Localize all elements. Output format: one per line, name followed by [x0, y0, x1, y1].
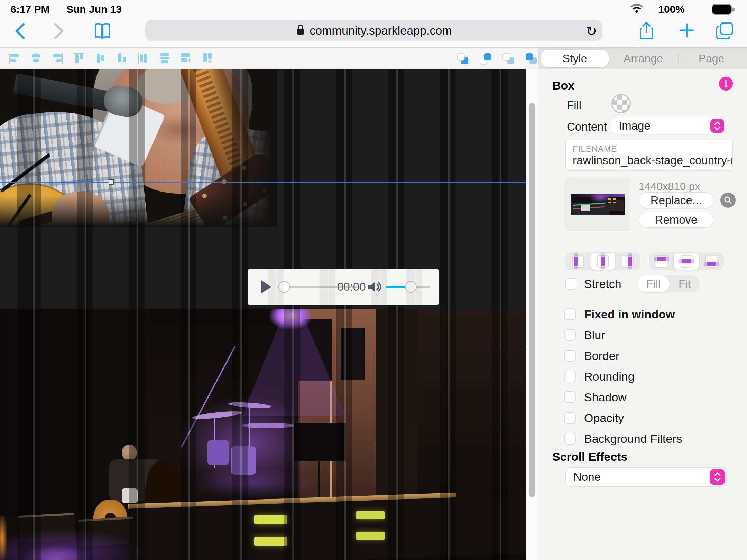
rounding-checkbox[interactable]	[564, 371, 576, 382]
position-right-button[interactable]	[615, 253, 640, 270]
volume-thumb[interactable]	[405, 281, 417, 293]
horizontal-position-control	[565, 252, 640, 270]
forward-icon[interactable]	[52, 22, 66, 41]
align-right-icon[interactable]	[50, 50, 64, 66]
hero-image-guitarist[interactable]	[0, 69, 277, 227]
align-top-icon[interactable]	[72, 50, 86, 66]
scroll-effects-title: Scroll Effects	[552, 450, 627, 464]
border-checkbox[interactable]	[564, 350, 576, 362]
layer-tools	[456, 51, 538, 66]
position-top-button[interactable]	[649, 253, 674, 270]
fill-swatch[interactable]	[611, 94, 631, 113]
orange-stage-light	[0, 515, 7, 560]
stage-image[interactable]	[0, 309, 526, 560]
wifi-icon	[630, 4, 643, 16]
canvas-scrollbar	[526, 69, 538, 560]
shadow-label: Shadow	[584, 391, 627, 404]
volume-icon[interactable]	[367, 280, 382, 296]
info-icon[interactable]: i	[719, 77, 733, 91]
tab-style[interactable]: Style	[541, 50, 609, 67]
replace-button[interactable]: Replace...	[639, 192, 713, 208]
position-center-button[interactable]	[590, 253, 615, 270]
selection-guide-line[interactable]	[0, 182, 526, 183]
scroll-effects-select[interactable]: None	[565, 467, 727, 487]
stage-right-wall	[417, 309, 526, 502]
align-middle-icon[interactable]	[93, 50, 107, 66]
selection-guide-handle[interactable]	[109, 179, 114, 185]
chevron-up-down-icon	[710, 119, 724, 133]
tab-page[interactable]: Page	[679, 52, 744, 65]
filename-field[interactable]: FILENAME rawlinson_back-stage_country-no…	[565, 140, 733, 171]
share-icon[interactable]	[638, 21, 654, 42]
image-thumbnail-card	[565, 178, 630, 231]
battery-icon	[712, 4, 735, 17]
snare-drum	[122, 488, 138, 503]
tab-arrange[interactable]: Arrange	[609, 52, 678, 65]
filename-value: rawlinson_back-stage_country-nor	[573, 154, 732, 167]
status-date: Sun Jun 13	[66, 3, 122, 15]
scroll-effects-chevron-icon	[710, 469, 725, 485]
vertical-position-control	[649, 252, 724, 270]
remove-button[interactable]: Remove	[639, 212, 713, 228]
url-text: community.sparkleapp.com	[310, 24, 452, 37]
style-inspector-panel: Box i Fill Content Image FILENAME rawlin…	[538, 69, 747, 560]
alignment-tools	[8, 50, 214, 66]
shadow-checkbox[interactable]	[564, 391, 576, 403]
spotlight-source	[270, 309, 311, 329]
opacity-label: Opacity	[584, 411, 624, 425]
reload-icon[interactable]: ↻	[586, 24, 597, 39]
tabs-icon[interactable]	[715, 21, 735, 41]
reflective-strip-1	[254, 515, 287, 524]
fixed-in-window-checkbox[interactable]	[564, 308, 576, 320]
url-field[interactable]: community.sparkleapp.com ↻	[145, 20, 602, 41]
floor-purple-glow-2	[19, 545, 92, 560]
new-tab-icon[interactable]	[679, 22, 695, 40]
content-select[interactable]: Image	[611, 118, 726, 134]
move-backward-icon[interactable]	[456, 51, 470, 66]
truss-speaker-2	[341, 328, 365, 380]
align-left-icon[interactable]	[8, 50, 21, 66]
blur-label: Blur	[584, 328, 605, 342]
progress-thumb[interactable]	[278, 281, 290, 293]
image-dimensions: 1440x810 px	[639, 180, 700, 193]
send-to-back-icon[interactable]	[501, 51, 515, 66]
opacity-checkbox[interactable]	[564, 412, 576, 424]
drum-shell-1	[208, 440, 229, 465]
stretch-label: Stretch	[584, 277, 621, 291]
reflective-strip-2	[254, 537, 287, 546]
background-filters-checkbox[interactable]	[564, 433, 576, 445]
play-icon[interactable]	[261, 280, 271, 293]
drums-floor-glow	[187, 468, 318, 499]
position-left-button[interactable]	[565, 253, 590, 270]
content-value: Image	[619, 119, 710, 132]
fill-label: Fill	[567, 99, 581, 112]
box-section-title: Box	[552, 79, 574, 92]
back-icon[interactable]	[13, 22, 27, 41]
align-center-horizontal-icon[interactable]	[29, 50, 43, 66]
bookmarks-icon[interactable]	[93, 21, 112, 42]
position-bottom-button[interactable]	[699, 253, 724, 270]
rounding-label: Rounding	[584, 370, 635, 383]
preview-magnifier-icon[interactable]	[720, 193, 736, 208]
page-canvas[interactable]: 00:00	[0, 69, 526, 560]
stretch-checkbox[interactable]	[565, 278, 577, 290]
audio-player[interactable]: 00:00	[248, 269, 439, 305]
distribute-vertically-icon[interactable]	[158, 50, 172, 66]
fill-option[interactable]: Fill	[637, 275, 670, 292]
blur-checkbox[interactable]	[564, 329, 576, 341]
status-time: 6:17 PM	[10, 3, 49, 15]
status-bar: 6:17 PM Sun Jun 13 100%	[0, 0, 747, 19]
move-forward-icon[interactable]	[479, 51, 492, 66]
scrollbar-thumb[interactable]	[529, 103, 535, 497]
align-bottom-icon[interactable]	[115, 50, 129, 66]
position-middle-button[interactable]	[674, 253, 699, 270]
match-height-icon[interactable]	[201, 50, 214, 66]
fixed-in-window-label: Fixed in window	[584, 308, 675, 321]
player-time: 00:00	[337, 280, 366, 293]
bring-to-front-icon[interactable]	[524, 51, 538, 66]
browser-toolbar: community.sparkleapp.com ↻	[0, 19, 747, 48]
fit-option[interactable]: Fit	[670, 275, 700, 292]
content-label: Content	[567, 120, 607, 133]
match-width-icon[interactable]	[179, 50, 193, 66]
distribute-horizontally-icon[interactable]	[136, 50, 150, 66]
